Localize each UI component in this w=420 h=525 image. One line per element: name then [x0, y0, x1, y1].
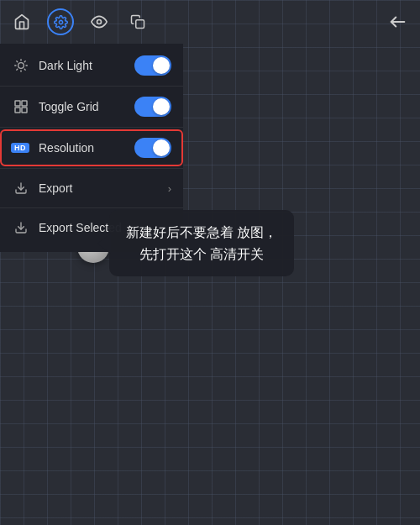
tooltip-text: 新建好后不要急着 放图，先打开这个 高清开关: [126, 225, 277, 261]
export-chevron: ›: [168, 182, 171, 195]
back-button[interactable]: [385, 8, 412, 35]
svg-rect-15: [15, 108, 20, 113]
resolution-action: [134, 138, 171, 158]
dark-light-toggle[interactable]: [134, 55, 171, 76]
toggle-grid-action: [134, 97, 171, 117]
divider-3: [0, 168, 183, 169]
divider-4: [0, 207, 183, 208]
settings-button[interactable]: [47, 8, 74, 35]
export-label: Export: [39, 181, 160, 195]
svg-rect-2: [136, 20, 144, 29]
sun-icon: [12, 56, 30, 75]
toggle-grid-toggle[interactable]: [134, 97, 171, 117]
svg-line-12: [24, 61, 25, 62]
toolbar-right: [385, 8, 412, 35]
dark-light-action: [134, 55, 171, 76]
tooltip-bubble: 新建好后不要急着 放图，先打开这个 高清开关: [109, 210, 294, 276]
resolution-toggle[interactable]: [134, 138, 171, 158]
hd-badge: HD: [11, 143, 29, 153]
hd-icon: HD: [12, 139, 30, 157]
toolbar-left: [8, 8, 151, 35]
export-selected-icon: [12, 218, 30, 237]
divider-1: [0, 86, 183, 87]
svg-line-8: [24, 69, 25, 70]
visibility-button[interactable]: [86, 8, 113, 35]
svg-point-4: [18, 63, 24, 69]
svg-rect-16: [22, 108, 27, 113]
dark-light-row[interactable]: Dark Light: [0, 47, 183, 84]
toggle-grid-row[interactable]: Toggle Grid: [0, 88, 183, 125]
svg-rect-13: [15, 101, 20, 106]
svg-rect-14: [22, 101, 27, 106]
svg-point-1: [97, 20, 102, 24]
svg-point-0: [59, 20, 62, 24]
toolbar: [0, 0, 420, 44]
dark-light-label: Dark Light: [39, 59, 126, 72]
home-button[interactable]: [8, 8, 35, 35]
svg-line-7: [17, 61, 18, 62]
resolution-label: Resolution: [39, 141, 126, 155]
toggle-grid-label: Toggle Grid: [39, 100, 126, 113]
divider-2: [0, 127, 183, 128]
export-row[interactable]: Export ›: [0, 171, 183, 206]
grid-icon: [12, 97, 30, 116]
svg-line-11: [17, 69, 18, 70]
resolution-row[interactable]: HD Resolution: [0, 129, 183, 166]
export-icon: [12, 179, 30, 197]
duplicate-button[interactable]: [124, 8, 151, 35]
